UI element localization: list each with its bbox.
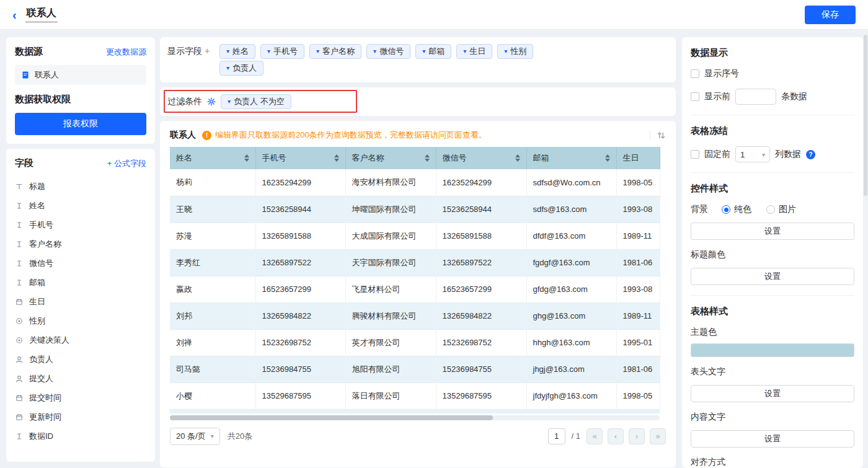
datasource-item[interactable]: 联系人 <box>15 65 146 85</box>
help-icon[interactable]: ? <box>806 150 815 159</box>
show-first-checkbox[interactable] <box>691 92 699 101</box>
page-title[interactable]: 联系人 <box>25 7 58 22</box>
freeze-count-select[interactable]: 1 ▾ <box>735 146 770 162</box>
field-chip-email[interactable]: ▾邮箱 <box>415 44 451 59</box>
field-item-data-id[interactable]: 数据ID <box>15 426 146 446</box>
field-chip-wechat[interactable]: ▾微信号 <box>366 44 410 59</box>
table-row: 嬴政16523657299飞星材料公司16523657299gfdg@163.c… <box>170 276 660 302</box>
field-item-email[interactable]: 邮箱 <box>15 273 146 292</box>
topbar: ‹ 联系人 保存 <box>0 0 868 30</box>
next-page-icon[interactable]: › <box>629 428 645 444</box>
field-item-wechat[interactable]: 微信号 <box>15 254 146 273</box>
field-item-decision-maker[interactable]: 关键决策人 <box>15 330 146 350</box>
field-item-title[interactable]: 标题 <box>15 177 146 196</box>
chip-caret-icon: ▾ <box>422 48 425 55</box>
fields-heading: 字段 <box>15 157 33 169</box>
field-item-name[interactable]: 姓名 <box>15 196 146 215</box>
field-label: 客户名称 <box>29 239 61 250</box>
field-item-phone[interactable]: 手机号 <box>15 215 146 234</box>
field-label: 姓名 <box>29 200 45 211</box>
formula-field-link[interactable]: + 公式字段 <box>107 158 146 169</box>
scrollbar-thumb[interactable] <box>170 415 493 420</box>
chip-caret-icon: ▾ <box>373 48 376 55</box>
gear-icon[interactable] <box>207 97 216 106</box>
field-chip-customer[interactable]: ▾客户名称 <box>309 44 361 59</box>
field-item-update-time[interactable]: 更新时间 <box>15 407 146 426</box>
field-chip-phone[interactable]: ▾手机号 <box>260 44 304 59</box>
field-item-customer[interactable]: 客户名称 <box>15 234 146 254</box>
column-header[interactable]: 姓名 <box>170 147 255 169</box>
change-datasource-link[interactable]: 更改数据源 <box>106 46 146 58</box>
chip-caret-icon: ▾ <box>504 48 507 55</box>
column-header[interactable]: 生日 <box>616 147 660 169</box>
back-icon[interactable]: ‹ <box>12 9 17 21</box>
column-header[interactable]: 客户名称 <box>345 147 436 169</box>
column-header[interactable]: 邮箱 <box>526 147 616 169</box>
add-field-icon[interactable]: + <box>205 46 210 56</box>
preview-table: 姓名 手机号 客户名称 微信号 邮箱 生日 杨莉16235294299海安材料有… <box>170 147 660 410</box>
field-item-submit-time[interactable]: 提交时间 <box>15 388 146 407</box>
show-index-label: 显示序号 <box>704 68 739 79</box>
background-set-button[interactable]: 设置 <box>691 223 854 240</box>
field-chip-name[interactable]: ▾姓名 <box>219 44 255 59</box>
field-chip-gender[interactable]: ▾性别 <box>497 44 533 59</box>
sort-order-icon[interactable] <box>650 131 666 140</box>
solid-color-label: 纯色 <box>734 204 751 215</box>
title-color-set-button[interactable]: 设置 <box>691 268 854 285</box>
field-label: 标题 <box>29 181 45 192</box>
field-item-birthday[interactable]: 生日 <box>15 292 146 311</box>
header-text-set-button[interactable]: 设置 <box>691 385 854 402</box>
text-field-icon <box>15 260 24 267</box>
page-size-select[interactable]: 20 条/页 ▾ <box>170 428 220 445</box>
content-text-set-button[interactable]: 设置 <box>691 430 854 448</box>
window-scrollbar[interactable] <box>864 32 867 466</box>
prev-page-icon[interactable]: ‹ <box>608 428 624 444</box>
title-color-label: 标题颜色 <box>691 249 854 260</box>
freeze-columns-checkbox[interactable] <box>691 150 699 159</box>
first-page-icon[interactable]: « <box>587 428 603 444</box>
column-header[interactable]: 手机号 <box>255 147 345 169</box>
sort-arrows-icon[interactable] <box>605 154 610 162</box>
document-icon <box>21 71 30 79</box>
current-page-input[interactable]: 1 <box>548 428 565 444</box>
datasource-heading: 数据源 <box>15 46 43 58</box>
table-row: 刘邦13265984822腾骏材料有限公司13265984822ghg@163.… <box>170 302 660 329</box>
field-item-submitter[interactable]: 提交人 <box>15 369 146 388</box>
save-button[interactable]: 保存 <box>805 6 856 24</box>
theme-color-swatch[interactable] <box>691 343 854 357</box>
freeze-suffix-label: 列数据 <box>775 149 801 160</box>
display-fields-label: 显示字段 <box>167 46 202 56</box>
date-field-icon <box>15 413 24 421</box>
field-item-gender[interactable]: 性别 <box>15 311 146 330</box>
field-item-owner[interactable]: 负责人 <box>15 350 146 369</box>
table-row: 李秀红13265897522天宇国际有限公司13265897522fgdgf@1… <box>170 249 660 276</box>
widget-style-heading: 控件样式 <box>691 183 854 195</box>
horizontal-scrollbar[interactable] <box>170 415 660 420</box>
solid-color-radio[interactable] <box>722 205 730 214</box>
alignment-label: 对齐方式 <box>691 457 854 468</box>
show-first-label: 显示前 <box>704 91 730 102</box>
image-radio[interactable] <box>766 205 775 214</box>
sort-arrows-icon[interactable] <box>334 154 339 162</box>
clipped-next-row <box>170 410 660 413</box>
datasource-card: 数据源 更改数据源 联系人 数据获取权限 报表权限 <box>6 37 155 144</box>
person-field-icon <box>15 375 24 382</box>
chip-caret-icon: ▾ <box>226 65 229 71</box>
show-index-checkbox[interactable] <box>691 69 699 78</box>
field-label: 更新时间 <box>29 412 61 423</box>
scrollbar-thumb[interactable] <box>864 35 867 196</box>
preview-notice: 编辑界面只取数据源前200条作为查询数据预览，完整数据请访问页面查看。 <box>215 130 487 141</box>
last-page-icon[interactable]: » <box>650 428 666 444</box>
field-chip-birthday[interactable]: ▾生日 <box>456 44 492 59</box>
sort-arrows-icon[interactable] <box>425 154 430 162</box>
filter-chip[interactable]: ▾负责人 不为空 <box>221 94 291 109</box>
sort-arrows-icon[interactable] <box>244 154 249 162</box>
text-field-icon <box>15 221 24 229</box>
field-label: 生日 <box>29 296 45 307</box>
column-header[interactable]: 微信号 <box>436 147 526 169</box>
report-permission-button[interactable]: 报表权限 <box>15 113 146 135</box>
row-count-input[interactable] <box>735 89 776 105</box>
chevron-down-icon: ▾ <box>762 151 765 158</box>
sort-arrows-icon[interactable] <box>515 154 520 162</box>
field-chip-owner[interactable]: ▾负责人 <box>219 61 264 76</box>
